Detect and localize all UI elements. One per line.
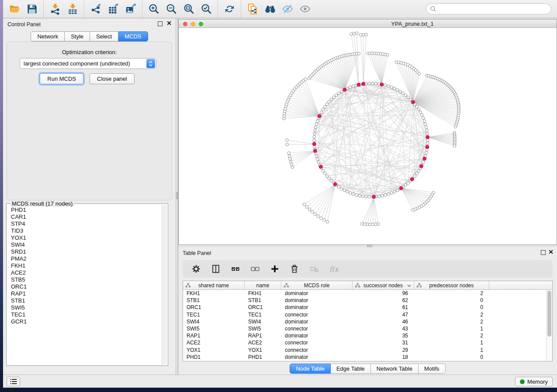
mcds-result-item[interactable]: ORC1: [7, 283, 161, 290]
column-header-name[interactable]: name: [245, 281, 281, 289]
close-panel-button[interactable]: Close panel: [90, 73, 135, 84]
table-row[interactable]: SWI4SWI4dominator462: [183, 318, 552, 325]
tab-motifs[interactable]: Motifs: [419, 364, 446, 374]
export-table-button[interactable]: [104, 1, 122, 17]
column-header-shared-name[interactable]: shared name: [183, 281, 245, 289]
zoom-fit-button[interactable]: [180, 1, 197, 17]
table-row[interactable]: RAP1RAP1dominator352: [183, 332, 552, 339]
table-cell: 2: [414, 333, 489, 339]
tab-select[interactable]: Select: [90, 31, 118, 41]
scrollbar-thumb[interactable]: [547, 291, 551, 337]
table-cell: 1: [414, 340, 489, 346]
control-panel: Control Panel ✕ NetworkStyleSelectMCDS O…: [3, 18, 176, 375]
memory-button[interactable]: Memory: [515, 377, 553, 386]
import-table-button[interactable]: [64, 1, 81, 17]
import-network-button[interactable]: [46, 1, 64, 17]
tab-network[interactable]: Network: [31, 31, 65, 41]
mcds-result-item[interactable]: PMA2: [7, 255, 161, 262]
tab-node-table[interactable]: Node Table: [290, 364, 331, 374]
mcds-result-item[interactable]: FKH1: [7, 262, 161, 269]
table-row[interactable]: STB1STB1dominator620: [183, 297, 552, 304]
table-scrollbar[interactable]: [546, 290, 552, 361]
float-icon[interactable]: [158, 21, 163, 26]
table-row[interactable]: PHD1PHD1dominator180: [183, 354, 552, 361]
table-row[interactable]: TEC1TEC1connector472: [183, 311, 552, 318]
delete-column-button[interactable]: [290, 264, 299, 274]
duplicate-network-button[interactable]: [244, 1, 261, 17]
table-row[interactable]: ORC1ORC1dominator610: [183, 304, 552, 311]
table-row[interactable]: FKH1FKH1dominator962: [183, 290, 552, 297]
panel-menu-button[interactable]: [7, 377, 20, 386]
column-header-predecessor-nodes[interactable]: predecessor nodes: [414, 281, 489, 289]
save-session-button[interactable]: [23, 1, 41, 17]
mcds-result-item[interactable]: ACE2: [7, 269, 161, 276]
show-all-button[interactable]: [296, 1, 314, 17]
mcds-list-scrollbar[interactable]: [162, 205, 167, 364]
add-column-button[interactable]: [270, 264, 280, 274]
table-cell: 18: [353, 354, 414, 360]
mcds-result-item[interactable]: RAP1: [7, 290, 161, 297]
tree-icon: [185, 282, 191, 289]
tab-network-table[interactable]: Network Table: [371, 364, 419, 374]
tab-mcds[interactable]: MCDS: [118, 31, 148, 41]
table-options-button[interactable]: [191, 264, 201, 274]
export-network-icon: [90, 3, 102, 15]
mcds-result-item[interactable]: CAR1: [7, 213, 161, 220]
zoom-out-icon: [166, 3, 177, 15]
table-row[interactable]: ACE2ACE2connector311: [183, 339, 552, 346]
zoom-out-button[interactable]: [163, 1, 180, 17]
table-cell: connector: [281, 347, 353, 353]
mcds-result-item[interactable]: YOX1: [7, 234, 161, 241]
network-titlebar[interactable]: YPA_prune.txt_1: [179, 20, 557, 28]
window-minimize-button[interactable]: [191, 22, 195, 26]
run-mcds-button[interactable]: Run MCDS: [40, 73, 83, 84]
mcds-result-item[interactable]: STB1: [7, 297, 161, 304]
open-file-button[interactable]: [6, 1, 23, 17]
mcds-result-item[interactable]: TID3: [7, 227, 161, 234]
splitter-handle[interactable]: [176, 192, 178, 199]
mcds-result-item[interactable]: SWI4: [7, 241, 161, 248]
mcds-result-item[interactable]: TEC1: [7, 311, 161, 318]
mcds-result-item[interactable]: PHD1: [7, 206, 161, 213]
table-cell: ACE2: [245, 340, 281, 346]
mcds-result-item[interactable]: SRD1: [7, 248, 161, 255]
first-neighbors-button[interactable]: [261, 1, 279, 17]
mcds-result-list[interactable]: PHD1CAR1STP4TID3YOX1SWI4SRD1PMA2FKH1ACE2…: [7, 206, 161, 364]
table-panel-title: Table Panel: [183, 250, 211, 256]
close-icon[interactable]: ✕: [166, 20, 172, 26]
deselect-all-rows-button[interactable]: [250, 264, 260, 274]
mcds-result-item[interactable]: GCR1: [7, 318, 161, 325]
mcds-result-item[interactable]: STB5: [7, 276, 161, 283]
network-canvas[interactable]: [179, 28, 557, 244]
export-network-button[interactable]: [87, 1, 104, 17]
hide-selected-button[interactable]: [279, 1, 296, 17]
window-close-button[interactable]: [183, 22, 187, 26]
table-toolbar: f(x): [183, 260, 553, 278]
table-row[interactable]: SWI5SWI5connector431: [183, 325, 552, 332]
table-row[interactable]: YOX1YOX1connector291: [183, 347, 552, 354]
zoom-in-button[interactable]: [145, 1, 163, 17]
tab-edge-table[interactable]: Edge Table: [331, 364, 371, 374]
window-zoom-button[interactable]: [199, 22, 203, 26]
mcds-result-title: MCDS result (17 nodes): [10, 200, 74, 207]
network-graph[interactable]: [179, 28, 557, 244]
tab-style[interactable]: Style: [65, 31, 90, 41]
search-field[interactable]: [426, 3, 551, 14]
show-columns-button[interactable]: [211, 264, 221, 274]
zoom-selected-button[interactable]: [197, 1, 215, 17]
float-icon[interactable]: [541, 250, 546, 255]
search-input[interactable]: [439, 6, 547, 12]
column-header-successor-nodes[interactable]: successor nodes: [353, 281, 414, 289]
table-cell: PHD1: [183, 354, 245, 360]
export-image-button[interactable]: [122, 1, 139, 17]
import-table-icon: [67, 3, 79, 15]
apply-layout-button[interactable]: [221, 1, 238, 17]
zoom-in-icon: [148, 3, 160, 15]
column-header-MCDS-role[interactable]: MCDS role: [281, 281, 353, 289]
close-icon[interactable]: ✕: [548, 249, 554, 255]
mcds-result-item[interactable]: SWI5: [7, 304, 161, 311]
optimization-criterion-select[interactable]: largest connected component (undirected): [20, 58, 156, 69]
mcds-result-item[interactable]: STP4: [7, 220, 161, 227]
select-all-rows-button[interactable]: [231, 264, 240, 274]
table-cell: 61: [353, 304, 414, 310]
